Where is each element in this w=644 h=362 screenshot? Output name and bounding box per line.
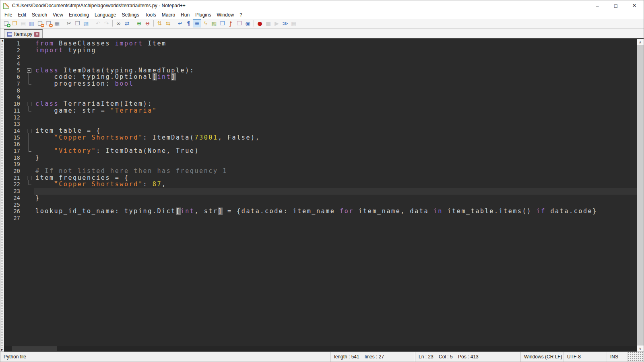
code-line-15[interactable]: 15 "Copper Shortsword": ItemData(73001, …: [4, 134, 637, 141]
code-line-7[interactable]: 7 progression: bool: [4, 80, 637, 87]
fold-margin: [25, 40, 34, 47]
menu-view[interactable]: View: [50, 11, 66, 19]
menu-run[interactable]: Run: [178, 11, 192, 19]
function-list-button[interactable]: ƒ: [227, 19, 235, 27]
macro-record-button[interactable]: ●: [256, 19, 264, 27]
fold-marker[interactable]: [25, 67, 34, 74]
code-line-6[interactable]: 6 code: typing.Optional[int]: [4, 74, 637, 80]
tab-close-icon[interactable]: ×: [34, 32, 39, 37]
fold-marker[interactable]: [25, 128, 34, 134]
tab-items-py[interactable]: Items.py ×: [4, 29, 43, 38]
code-line-4[interactable]: 4: [4, 60, 637, 67]
dock-arrow-left-icon[interactable]: ◄: [0, 39, 4, 43]
show-all-characters-button[interactable]: ¶: [184, 19, 193, 27]
fold-margin: [25, 161, 34, 168]
code-line-1[interactable]: 1from BaseClasses import Item: [4, 40, 637, 47]
menu-window[interactable]: Window: [214, 11, 237, 19]
code-line-10[interactable]: 10class TerrariaItem(Item):: [4, 101, 637, 107]
macro-run-multiple-button[interactable]: ≫: [281, 19, 289, 27]
menu-plugins[interactable]: Plugins: [192, 11, 214, 19]
fold-collapse-icon[interactable]: [27, 176, 31, 180]
sync-vertical-scrolling-button[interactable]: ⇅: [155, 19, 164, 27]
zoom-out-button[interactable]: ⊖: [143, 19, 152, 27]
folder-as-workspace-icon: ❒: [237, 21, 242, 26]
word-wrap-button[interactable]: ↵: [176, 19, 184, 27]
save-all-button[interactable]: ▥: [27, 19, 36, 27]
code-line-3[interactable]: 3: [4, 53, 637, 60]
code-line-5[interactable]: 5class ItemData(typing.NamedTuple):: [4, 67, 637, 74]
status-length-lines: length : 541 lines : 27: [331, 352, 415, 362]
document-map-button[interactable]: ▨: [210, 19, 218, 27]
code-line-14[interactable]: 14item_table = {: [4, 128, 637, 134]
code-line-23[interactable]: 23: [4, 188, 637, 195]
code-line-12[interactable]: 12: [4, 114, 637, 121]
redo-button: ↷: [102, 19, 111, 27]
dock-arrow-right-icon[interactable]: ►: [0, 348, 4, 352]
macro-stop-icon: ■: [266, 21, 271, 26]
close-button[interactable]: ×: [625, 0, 644, 11]
code-line-17[interactable]: 17 "Victory": ItemData(None, True): [4, 148, 637, 154]
line-number: 4: [4, 60, 25, 67]
print-icon: ▦: [54, 21, 60, 26]
fold-collapse-icon[interactable]: [27, 102, 31, 106]
sync-horizontal-scrolling-button[interactable]: ⇆: [164, 19, 172, 27]
close-file-button[interactable]: ❏−: [36, 19, 44, 27]
code-line-16[interactable]: 16: [4, 141, 637, 148]
code-line-21[interactable]: 21item_frequencies = {: [4, 175, 637, 181]
copy-button[interactable]: ❐: [73, 19, 82, 27]
menu-macro[interactable]: Macro: [159, 11, 178, 19]
replace-button[interactable]: ⇄: [123, 19, 131, 27]
find-button[interactable]: ∞: [114, 19, 123, 27]
resize-grip[interactable]: [628, 352, 644, 362]
fold-marker[interactable]: [25, 175, 34, 181]
fold-collapse-icon[interactable]: [27, 68, 31, 73]
menu-encoding[interactable]: Encoding: [66, 11, 92, 19]
fold-margin: [25, 168, 34, 175]
menu-help[interactable]: ?: [237, 11, 245, 19]
print-button[interactable]: ▦: [53, 19, 61, 27]
scroll-down-icon[interactable]: ∨: [637, 346, 644, 352]
paste-button[interactable]: ▧: [82, 19, 90, 27]
code-line-11[interactable]: 11 game: str = "Terraria": [4, 107, 637, 114]
fold-marker[interactable]: [25, 101, 34, 107]
line-number: 19: [4, 161, 25, 168]
new-file-button[interactable]: ❏+: [2, 19, 10, 27]
code-line-2[interactable]: 2import typing: [4, 47, 637, 54]
code-text: item_frequencies = {: [34, 175, 637, 181]
menu-file[interactable]: File: [2, 11, 15, 19]
code-line-24[interactable]: 24}: [4, 195, 637, 202]
show-indent-guide-button[interactable]: ≡: [193, 19, 201, 27]
zoom-in-button[interactable]: ⊕: [135, 19, 143, 27]
code-line-19[interactable]: 19: [4, 161, 637, 168]
close-all-button[interactable]: ❐−: [44, 19, 53, 27]
maximize-button[interactable]: □: [607, 0, 625, 11]
monitoring-button[interactable]: ◉: [244, 19, 252, 27]
vertical-scrollbar[interactable]: ∧ ∨: [637, 39, 644, 352]
cut-button[interactable]: ✂: [65, 19, 73, 27]
menu-edit[interactable]: Edit: [15, 11, 29, 19]
code-line-27[interactable]: 27: [4, 215, 637, 222]
document-list-button[interactable]: ❐: [218, 19, 227, 27]
horizontal-scrollbar-thumb[interactable]: [12, 346, 57, 351]
open-file-button[interactable]: ❐: [10, 19, 19, 27]
menu-tools[interactable]: Tools: [142, 11, 159, 19]
code-line-26[interactable]: 26lookup_id_to_name: typing.Dict[int, st…: [4, 208, 637, 215]
define-language-button[interactable]: ϟ: [201, 19, 210, 27]
minimize-button[interactable]: –: [588, 0, 607, 11]
code-line-18[interactable]: 18}: [4, 154, 637, 161]
code-line-8[interactable]: 8: [4, 87, 637, 94]
vertical-scrollbar-thumb[interactable]: [637, 45, 644, 346]
folder-as-workspace-button[interactable]: ❒: [235, 19, 244, 27]
code-line-25[interactable]: 25: [4, 202, 637, 208]
scroll-up-icon[interactable]: ∧: [637, 39, 644, 45]
code-line-13[interactable]: 13: [4, 121, 637, 128]
editor-surface[interactable]: 1from BaseClasses import Item2import typ…: [4, 39, 637, 346]
code-line-22[interactable]: 22 "Copper Shortsword": 87,: [4, 181, 637, 188]
code-line-9[interactable]: 9: [4, 94, 637, 101]
code-line-20[interactable]: 20# If not listed here then has frequenc…: [4, 168, 637, 175]
menu-search[interactable]: Search: [29, 11, 50, 19]
menu-language[interactable]: Language: [92, 11, 119, 19]
horizontal-scrollbar[interactable]: [4, 346, 637, 352]
fold-collapse-icon[interactable]: [27, 129, 31, 133]
menu-settings[interactable]: Settings: [119, 11, 142, 19]
